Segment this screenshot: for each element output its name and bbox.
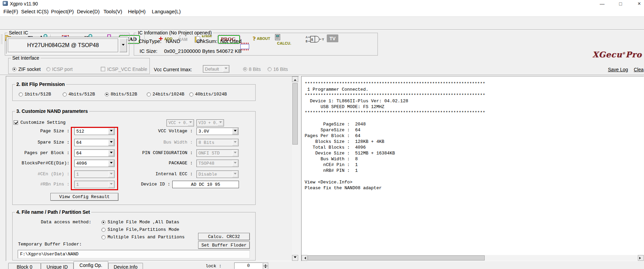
vcc-voltage-combo[interactable]: 3.0V	[196, 128, 239, 135]
bitflip-4bits-label[interactable]: 4bits/512B	[68, 92, 95, 97]
internal-ecc-combo[interactable]: Disable	[196, 170, 239, 178]
customize-setting-label[interactable]: Customize Setting	[20, 120, 66, 125]
scrollbar-thumb[interactable]	[292, 83, 298, 145]
spinner-up-button[interactable]	[263, 263, 268, 266]
vio-offset-dropdown-button[interactable]	[218, 120, 223, 126]
save-log-link[interactable]: Save Log	[608, 67, 628, 72]
maximize-button[interactable]: □	[613, 0, 628, 7]
bitflip-24bits-radio[interactable]	[147, 92, 151, 96]
pages-per-block-dropdown-button[interactable]	[108, 150, 114, 156]
menu-select-ic[interactable]: Select IC(S)	[21, 9, 49, 14]
tab-unique-id[interactable]: Unique ID	[41, 263, 74, 269]
config-panel-scrollbar[interactable]	[292, 76, 298, 261]
pages-per-block-combo[interactable]: 64	[74, 149, 115, 157]
single-file-partitions-radio[interactable]	[101, 228, 106, 232]
log-hscrollbar[interactable]	[302, 255, 644, 261]
single-file-all-label[interactable]: Single File Mode ,All Datas	[108, 220, 179, 225]
scroll-down-button[interactable]	[292, 255, 298, 261]
scroll-right-button[interactable]	[638, 255, 644, 261]
bitflip-40bits-radio[interactable]	[189, 92, 193, 96]
clear-log-link[interactable]: Clea	[634, 67, 644, 72]
bits16-label[interactable]: 16 Bits	[273, 66, 288, 72]
bitflip-1bits-radio[interactable]	[19, 92, 23, 96]
arrow-down-icon	[264, 267, 267, 269]
bitflip-24bits-label[interactable]: 24bits/1024B	[152, 92, 184, 97]
vcc-offset-combo[interactable]: VCC + 0.0V	[166, 119, 194, 126]
zif-socket-radio[interactable]	[12, 67, 16, 71]
vcc-voltage-dropdown-button[interactable]	[232, 128, 238, 134]
zif-socket-label[interactable]: ZIF socket	[18, 66, 41, 72]
select-ic-combobox[interactable]: HY27UH084G2M @ TSOP48	[6, 37, 128, 54]
tab-block0[interactable]: Block 0	[8, 263, 41, 269]
blocks-per-ce-dropdown-button[interactable]	[108, 160, 114, 166]
rbn-pins-combo[interactable]: 1	[74, 181, 115, 188]
bits8-label[interactable]: 8 Bits	[249, 66, 261, 72]
menu-project[interactable]: Project(P)	[51, 9, 74, 14]
bits8-radio[interactable]	[243, 67, 247, 71]
bitflip-1bits-label[interactable]: 1bits/512B	[25, 92, 51, 97]
vcc-imax-combo[interactable]: Default	[203, 65, 229, 73]
internal-ecc-dropdown-button[interactable]	[232, 171, 238, 177]
close-button[interactable]: ×	[631, 0, 644, 7]
menu-help[interactable]: Help(H)	[128, 9, 146, 14]
bitflip-8bits-label[interactable]: 8bits/512B	[111, 92, 137, 97]
set-buffer-folder-button[interactable]: Set Buffer Floder	[198, 241, 250, 249]
vcc-imax-dropdown-button[interactable]	[223, 66, 229, 72]
package-dropdown-button[interactable]	[232, 160, 238, 166]
single-file-all-radio[interactable]	[101, 220, 106, 224]
spinner-down-button[interactable]	[263, 266, 268, 269]
internal-ecc-value: Disable	[198, 172, 217, 177]
customize-setting-checkbox[interactable]	[14, 120, 18, 125]
menu-file[interactable]: File(F)	[3, 9, 18, 14]
tab-config-op[interactable]: Config Op.	[74, 261, 108, 269]
chip-type-value: NAND	[166, 39, 180, 44]
package-combo[interactable]: TSOP48	[196, 160, 239, 167]
cen-die-dropdown-button[interactable]	[108, 171, 114, 177]
vio-offset-combo[interactable]: VIO + 0.0V	[196, 119, 224, 126]
minimize-button[interactable]: —	[594, 0, 610, 7]
block-spinner-field[interactable]: 0	[234, 263, 263, 269]
device-id-field[interactable]: AD DC 10 95	[172, 181, 239, 188]
select-ic-dropdown-button[interactable]	[119, 39, 127, 52]
spare-size-combo[interactable]: 64	[74, 139, 115, 146]
single-file-partitions-label[interactable]: Single File,Partitions Mode	[108, 227, 179, 233]
page-size-combo[interactable]: 512	[74, 128, 115, 135]
scrollbar-thumb[interactable]	[308, 255, 485, 260]
selected-ic-value[interactable]: HY27UH084G2M @ TSOP48	[8, 39, 118, 52]
vcc-offset-dropdown-button[interactable]	[188, 120, 193, 126]
calc-crc32-button[interactable]: Calcu. CRC32	[198, 233, 250, 240]
rbn-pins-dropdown-button[interactable]	[108, 181, 114, 188]
blocks-per-ce-combo[interactable]: 4096	[74, 160, 115, 167]
scroll-left-button[interactable]	[302, 255, 307, 261]
multiple-files-radio[interactable]	[101, 235, 106, 239]
bitflip-4bits-radio[interactable]	[63, 92, 67, 96]
bitflip-40bits-label[interactable]: 40bits/1024B	[195, 92, 227, 97]
log-panel[interactable]: ****************************************…	[301, 76, 644, 261]
menu-language[interactable]: Language(L)	[152, 9, 181, 14]
bus-width-dropdown-button[interactable]	[232, 139, 238, 146]
menu-device[interactable]: Device(D)	[77, 9, 100, 14]
menu-tools[interactable]: Tools(V)	[103, 9, 122, 14]
tab-device-info[interactable]: Device.Info	[108, 263, 143, 269]
spare-size-dropdown-button[interactable]	[108, 139, 114, 146]
bus-width-combo[interactable]: 8 Bits	[196, 139, 239, 146]
icsp-vcc-label[interactable]: ICSP_VCC Enable	[107, 66, 147, 72]
pin-configuration-dropdown-button[interactable]	[232, 150, 238, 156]
temp-buffer-folder-input[interactable]: F:\Xgpro\UserData\NAND	[18, 250, 250, 258]
bitflip-8bits-radio[interactable]	[105, 92, 109, 96]
pin-configuration-value: ONFI STD	[198, 151, 220, 156]
page-size-value: 512	[76, 129, 84, 134]
page-size-dropdown-button[interactable]	[108, 128, 114, 134]
view-config-result-button[interactable]: View Config Resault	[50, 193, 118, 201]
toolbar-grip[interactable]	[1, 34, 2, 44]
scroll-up-button[interactable]	[292, 76, 298, 82]
cen-die-combo[interactable]: 1	[74, 170, 115, 178]
icsp-vcc-checkbox[interactable]	[101, 67, 105, 71]
icsp-port-label[interactable]: ICSP port	[52, 66, 73, 72]
pin-configuration-combo[interactable]: ONFI STD	[196, 149, 239, 157]
icsp-port-radio[interactable]	[46, 67, 50, 71]
log-line	[305, 116, 644, 121]
bits16-radio[interactable]	[268, 67, 272, 71]
multiple-files-label[interactable]: Multiple Files and Partitions	[108, 235, 184, 240]
spare-size-label: Spare Size :	[14, 140, 69, 145]
